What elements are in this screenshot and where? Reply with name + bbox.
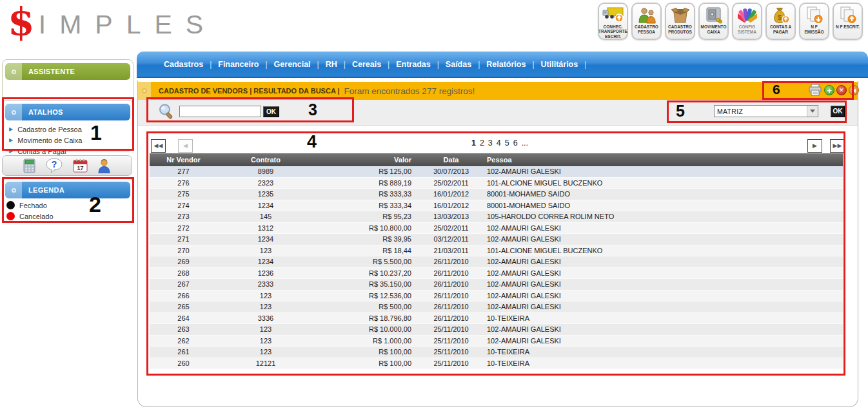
back-button[interactable]: ◀ (849, 85, 859, 95)
table-row[interactable]: 2643336R$ 18.796,8026/11/201010-TEIXEIRA (150, 313, 843, 325)
cell-nr-vendor: 270 (150, 247, 217, 254)
menu-item-relatorios[interactable]: Relatórios (486, 60, 526, 69)
menu-separator: | (317, 60, 319, 69)
sidebar-item-movimento-de-caixa[interactable]: ▶ Movimento de Caixa (9, 135, 82, 146)
table-row[interactable]: 265123R$ 500,0026/11/2010102-AMAURI GALE… (150, 301, 843, 313)
cell-data: 16/01/2012 (420, 190, 482, 198)
calculator-icon[interactable] (23, 158, 35, 173)
menu-item-utilitarios[interactable]: Utilitários (541, 60, 578, 69)
page-link-5[interactable]: 5 (505, 139, 509, 148)
cell-contrato: 2333 (217, 280, 314, 288)
search-ok-button[interactable]: OK (263, 106, 279, 117)
branch-select[interactable]: MATRIZ (714, 105, 818, 117)
column-header-pessoa[interactable]: Pessoa (482, 156, 843, 164)
cell-data: 26/11/2010 (420, 292, 482, 300)
menu-item-cereais[interactable]: Cereais (352, 60, 381, 69)
first-page-button[interactable]: ◀◀ (151, 139, 166, 153)
quick-button-config-sistema[interactable]: CONFIG SISTEMA (732, 3, 762, 40)
legenda-header[interactable]: LEGENDA (5, 182, 130, 198)
table-row[interactable]: 262123R$ 1.000,0025/11/2010102-AMAURI GA… (150, 336, 843, 347)
bullet-icon (12, 110, 16, 115)
branch-ok-button[interactable]: OK (831, 106, 845, 117)
quick-button-conhec-transporte[interactable]: CONHEC. TRANSPORTE ESCRIT. (598, 3, 628, 40)
header-notch (5, 63, 22, 80)
cell-pessoa: 102-AMAURI GALESKI (482, 325, 843, 333)
quick-button-label: CADASTRO PESSOA (633, 24, 660, 34)
column-header-valor[interactable]: Valor (314, 156, 420, 164)
next-page-button[interactable]: ▶ (807, 139, 822, 153)
print-button[interactable] (809, 84, 822, 99)
table-row[interactable]: 263123R$ 10.000,0025/11/2010102-AMAURI G… (150, 324, 843, 336)
cell-pessoa: 102-AMAURI GALESKI (482, 337, 843, 345)
cell-contrato: 3336 (217, 314, 314, 322)
table-row[interactable]: 2672333R$ 35.150,0026/11/2010102-AMAURI … (150, 279, 843, 291)
quick-button-contas-a-pagar[interactable]: $ CONTAS A PAGAR (765, 3, 796, 40)
page-link-1[interactable]: 1 (471, 139, 476, 148)
cell-valor: R$ 39,95 (314, 235, 420, 243)
atalhos-header[interactable]: ATALHOS (5, 104, 130, 120)
table-row[interactable]: 2778989R$ 125,0030/07/2013102-AMAURI GAL… (150, 166, 843, 178)
cell-valor: R$ 10.000,00 (314, 325, 420, 333)
table-row[interactable]: 2751235R$ 333,3316/01/201280001-MOHAMED … (150, 189, 843, 200)
quick-button-cadastro-produtos[interactable]: CADASTRO PRODUTOS (665, 3, 695, 40)
table-row[interactable]: 2691234R$ 5.500,0026/11/2010102-AMAURI G… (150, 256, 843, 268)
quick-button-nf-escrit[interactable]: N F ESCRIT. (833, 3, 863, 40)
safe-icon (705, 5, 723, 24)
column-header-data[interactable]: Data (420, 156, 482, 164)
page-link-[interactable]: ... (522, 139, 528, 148)
column-header-nr-vendor[interactable]: Nr Vendor (150, 156, 217, 164)
add-button[interactable]: + (824, 85, 834, 95)
cell-data: 26/11/2010 (420, 280, 482, 288)
person-icon[interactable] (97, 158, 111, 173)
table-row[interactable]: 26012121R$ 100,0025/11/201010-TEIXEIRA (150, 358, 843, 370)
table-row[interactable]: 261123R$ 100,0025/11/201010-TEIXEIRA (150, 347, 843, 358)
cell-valor: R$ 333,33 (314, 190, 420, 198)
page-link-6[interactable]: 6 (513, 139, 518, 148)
menu-item-gerencial[interactable]: Gerencial (274, 60, 311, 69)
menu-item-cadastros[interactable]: Cadastros (164, 60, 203, 69)
last-page-button[interactable]: ▶▶ (830, 139, 845, 153)
table-row[interactable]: 2711234R$ 39,9503/12/2011102-AMAURI GALE… (150, 234, 843, 245)
quick-button-cadastro-pessoa[interactable]: CADASTRO PESSOA (631, 3, 662, 40)
cell-nr-vendor: 271 (150, 235, 217, 243)
color-fan-icon (738, 5, 757, 24)
menu-item-saidas[interactable]: Saídas (446, 60, 471, 69)
page-link-3[interactable]: 3 (488, 139, 493, 148)
cell-pessoa: 101-ALCIONE MIGUEL BUCZENKO (482, 247, 843, 254)
page-link-2[interactable]: 2 (480, 139, 484, 148)
table-row[interactable]: 2741234R$ 333,3416/01/201280001-MOHAMED … (150, 200, 843, 212)
legend-item-cancelado: Cancelado (6, 211, 54, 222)
status-bar: CADASTRO DE VENDORS | RESULTADO DA BUSCA… (138, 82, 858, 100)
table-row[interactable]: 266123R$ 12.536,0026/11/2010102-AMAURI G… (150, 291, 843, 302)
page-link-4[interactable]: 4 (497, 139, 501, 148)
sidebar-item-cadastro-de-pessoa[interactable]: ▶ Cadastro de Pessoa (9, 124, 82, 135)
table-row[interactable]: 2721312R$ 10.800,0025/02/2011102-AMAURI … (150, 223, 843, 234)
document-upload-icon (839, 5, 857, 24)
status-bar-message: Foram encontrados 277 registros! (344, 86, 475, 96)
table-row[interactable]: 2681236R$ 10.237,2026/11/2010102-AMAURI … (150, 268, 843, 280)
cell-valor: R$ 889,19 (314, 179, 420, 187)
previous-page-button[interactable]: ◀ (178, 139, 193, 153)
menu-bar-items: Cadastros|Financeiro|Gerencial|RH|Cereai… (164, 60, 593, 69)
menu-item-rh[interactable]: RH (326, 60, 337, 69)
delete-button[interactable]: ✕ (836, 85, 847, 95)
search-input[interactable] (179, 106, 261, 117)
table-row[interactable]: 270123R$ 18,4421/03/2011101-ALCIONE MIGU… (150, 245, 843, 257)
cell-pessoa: 102-AMAURI GALESKI (482, 224, 843, 232)
assistente-header[interactable]: ASSISTENTE (5, 63, 130, 80)
quick-button-movimento-caixa[interactable]: MOVIMENTO CAIXA (698, 3, 729, 40)
table-row[interactable]: 2762323R$ 889,1925/02/2011101-ALCIONE MI… (150, 178, 843, 189)
legend-item-fechado: Fechado (6, 200, 54, 211)
table-row[interactable]: 273145R$ 95,2313/03/2013105-HAROLDO CORR… (150, 211, 843, 223)
menu-item-entradas[interactable]: Entradas (396, 60, 431, 69)
column-header-contrato[interactable]: Contrato (217, 156, 314, 164)
legend-list: Fechado Cancelado (6, 200, 54, 222)
menu-item-financeiro[interactable]: Financeiro (218, 60, 259, 69)
cell-nr-vendor: 265 (150, 303, 217, 311)
cell-nr-vendor: 277 (150, 167, 217, 175)
calendar-icon[interactable]: 17 (73, 158, 88, 173)
help-icon[interactable]: ? (45, 158, 63, 174)
quick-button-nf-emissao[interactable]: N F EMISSÃO (799, 3, 829, 40)
document-download-icon (805, 5, 824, 24)
svg-text:17: 17 (77, 165, 83, 171)
